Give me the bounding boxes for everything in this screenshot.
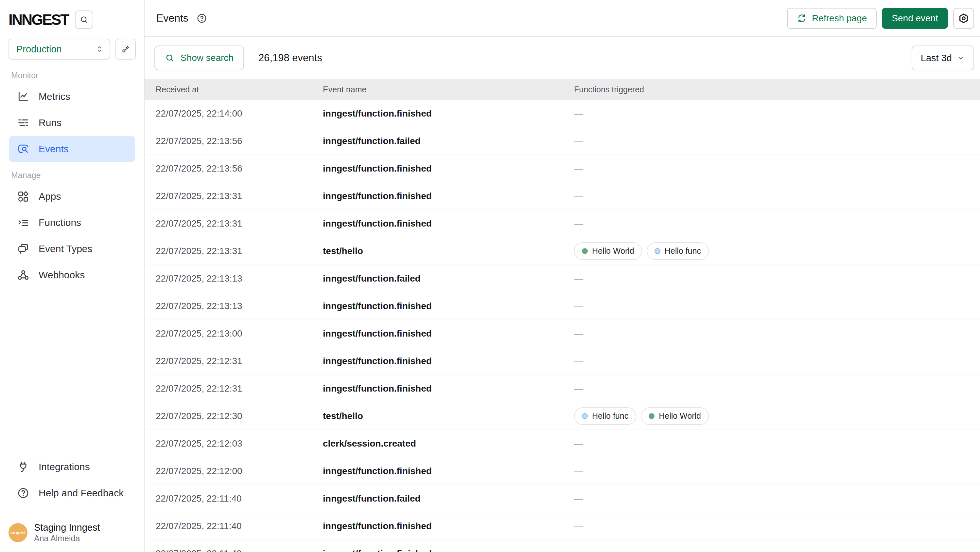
cell-event-name: inngest/function.failed bbox=[323, 136, 574, 146]
environment-row: Production bbox=[0, 29, 144, 60]
sidebar-item-event-types[interactable]: Event Types bbox=[9, 236, 135, 262]
cell-event-name: inngest/function.finished bbox=[323, 191, 574, 201]
key-icon bbox=[121, 44, 130, 54]
function-status-dot bbox=[649, 413, 654, 419]
sidebar-item-label: Webhooks bbox=[38, 270, 85, 281]
events-table-body: 22/07/2025, 22:14:00 inngest/function.fi… bbox=[145, 100, 980, 552]
function-badge-label: Hello func bbox=[592, 411, 628, 421]
cell-received-at: 22/07/2025, 22:12:00 bbox=[145, 466, 323, 476]
function-badge[interactable]: Hello World bbox=[574, 242, 642, 260]
event-row[interactable]: 22/07/2025, 22:13:31 test/hello Hello Wo… bbox=[145, 238, 980, 265]
cell-received-at: 22/07/2025, 22:12:30 bbox=[145, 411, 323, 421]
cell-functions-triggered: — bbox=[574, 329, 980, 339]
account-info: Staging Inngest Ana Almeida bbox=[34, 522, 100, 544]
environment-select[interactable]: Production bbox=[8, 38, 110, 60]
event-row[interactable]: 22/07/2025, 22:11:40 inngest/function.fi… bbox=[145, 512, 980, 540]
send-event-button[interactable]: Send event bbox=[882, 8, 948, 29]
time-range-value: Last 3d bbox=[921, 53, 952, 64]
event-row[interactable]: 22/07/2025, 22:13:13 inngest/function.fa… bbox=[145, 265, 980, 292]
no-functions-dash: — bbox=[574, 108, 583, 119]
event-row[interactable]: 22/07/2025, 22:13:56 inngest/function.fa… bbox=[145, 128, 980, 155]
events-table: Received at Event name Functions trigger… bbox=[145, 79, 980, 552]
event-row[interactable]: 22/07/2025, 22:13:31 inngest/function.fi… bbox=[145, 210, 980, 238]
event-row[interactable]: 22/07/2025, 22:13:00 inngest/function.fi… bbox=[145, 320, 980, 347]
functions-icon bbox=[17, 216, 29, 229]
function-badge[interactable]: Hello World bbox=[641, 407, 709, 425]
account-switcher[interactable]: inngest Staging Inngest Ana Almeida bbox=[0, 513, 144, 552]
function-badge-label: Hello World bbox=[592, 246, 634, 256]
search-icon bbox=[165, 53, 175, 63]
no-functions-dash: — bbox=[574, 329, 583, 339]
app-window: INNGEST Production Monitor bbox=[0, 0, 980, 552]
event-row[interactable]: 22/07/2025, 22:12:31 inngest/function.fi… bbox=[145, 347, 980, 375]
sidebar-item-events[interactable]: Events bbox=[9, 136, 135, 162]
cell-received-at: 22/07/2025, 22:12:31 bbox=[145, 383, 323, 394]
sidebar-item-label: Metrics bbox=[38, 91, 70, 102]
environment-select-value: Production bbox=[16, 44, 62, 55]
sidebar-item-functions[interactable]: Functions bbox=[9, 209, 135, 236]
settings-button[interactable] bbox=[953, 8, 974, 29]
sidebar-item-label: Apps bbox=[38, 191, 61, 202]
event-row[interactable]: 22/07/2025, 22:13:13 inngest/function.fi… bbox=[145, 292, 980, 320]
show-search-label: Show search bbox=[181, 53, 234, 63]
page-help-button[interactable] bbox=[196, 13, 207, 24]
cell-functions-triggered: — bbox=[574, 108, 980, 119]
section-label-manage: Manage bbox=[9, 171, 135, 180]
cell-event-name: inngest/function.finished bbox=[323, 549, 574, 552]
function-badge-label: Hello func bbox=[665, 246, 701, 256]
refresh-page-button[interactable]: Refresh page bbox=[787, 8, 877, 29]
sidebar-logo-row: INNGEST bbox=[0, 0, 144, 29]
sidebar-item-runs[interactable]: Runs bbox=[9, 110, 135, 136]
column-header-functions-triggered: Functions triggered bbox=[574, 85, 980, 94]
event-row[interactable]: 22/07/2025, 22:11:40 inngest/function.fa… bbox=[145, 485, 980, 512]
column-header-received-at: Received at bbox=[145, 85, 323, 94]
cell-event-name: inngest/function.finished bbox=[323, 466, 574, 476]
events-toolbar: Show search 26,198 events Last 3d bbox=[145, 37, 980, 79]
sidebar-item-integrations[interactable]: Integrations bbox=[9, 454, 135, 480]
refresh-page-label: Refresh page bbox=[812, 13, 867, 24]
function-badge[interactable]: Hello func bbox=[574, 407, 636, 425]
event-row[interactable]: 22/07/2025, 22:12:30 test/hello Hello fu… bbox=[145, 402, 980, 430]
event-row[interactable]: 22/07/2025, 22:13:56 inngest/function.fi… bbox=[145, 155, 980, 182]
search-button[interactable] bbox=[75, 11, 93, 29]
no-functions-dash: — bbox=[574, 301, 583, 311]
cell-received-at: 22/07/2025, 22:12:03 bbox=[145, 439, 323, 449]
cell-functions-triggered: — bbox=[574, 521, 980, 531]
cell-functions-triggered: — bbox=[574, 163, 980, 174]
event-row[interactable]: 22/07/2025, 22:13:31 inngest/function.fi… bbox=[145, 182, 980, 210]
event-keys-button[interactable] bbox=[116, 38, 136, 60]
function-status-dot bbox=[582, 248, 588, 254]
refresh-icon bbox=[797, 13, 807, 23]
no-functions-dash: — bbox=[574, 163, 583, 174]
sidebar-item-apps[interactable]: Apps bbox=[9, 183, 135, 209]
main-content: Events Refresh page Send event bbox=[145, 0, 980, 552]
cell-functions-triggered: — bbox=[574, 191, 980, 201]
no-functions-dash: — bbox=[574, 219, 583, 229]
cell-event-name: test/hello bbox=[323, 246, 574, 256]
webhooks-icon bbox=[17, 269, 29, 281]
sidebar-item-label: Functions bbox=[38, 217, 81, 228]
section-label-monitor: Monitor bbox=[9, 71, 135, 80]
cell-functions-triggered: — bbox=[574, 549, 980, 552]
sidebar-item-label: Event Types bbox=[38, 243, 92, 254]
show-search-button[interactable]: Show search bbox=[154, 46, 244, 70]
event-row[interactable]: 22/07/2025, 22:12:03 clerk/session.creat… bbox=[145, 430, 980, 457]
event-row[interactable]: 22/07/2025, 22:11:40 inngest/function.fi… bbox=[145, 540, 980, 552]
sidebar-item-label: Help and Feedback bbox=[38, 488, 124, 499]
event-row[interactable]: 22/07/2025, 22:12:31 inngest/function.fi… bbox=[145, 375, 980, 402]
no-functions-dash: — bbox=[574, 273, 583, 284]
function-badge[interactable]: Hello func bbox=[647, 242, 709, 260]
account-org-name: Staging Inngest bbox=[34, 522, 100, 533]
sidebar: INNGEST Production Monitor bbox=[0, 0, 145, 552]
event-row[interactable]: 22/07/2025, 22:12:00 inngest/function.fi… bbox=[145, 457, 980, 485]
sidebar-item-metrics[interactable]: Metrics bbox=[9, 83, 135, 110]
sidebar-item-help-and-feedback[interactable]: Help and Feedback bbox=[9, 480, 135, 506]
sidebar-item-webhooks[interactable]: Webhooks bbox=[9, 262, 135, 288]
cell-event-name: test/hello bbox=[323, 411, 574, 421]
cell-event-name: inngest/function.failed bbox=[323, 273, 574, 284]
plug-icon bbox=[17, 461, 29, 473]
events-table-header: Received at Event name Functions trigger… bbox=[145, 79, 980, 100]
time-range-select[interactable]: Last 3d bbox=[912, 46, 974, 70]
event-row[interactable]: 22/07/2025, 22:14:00 inngest/function.fi… bbox=[145, 100, 980, 128]
events-count: 26,198 events bbox=[258, 52, 322, 64]
